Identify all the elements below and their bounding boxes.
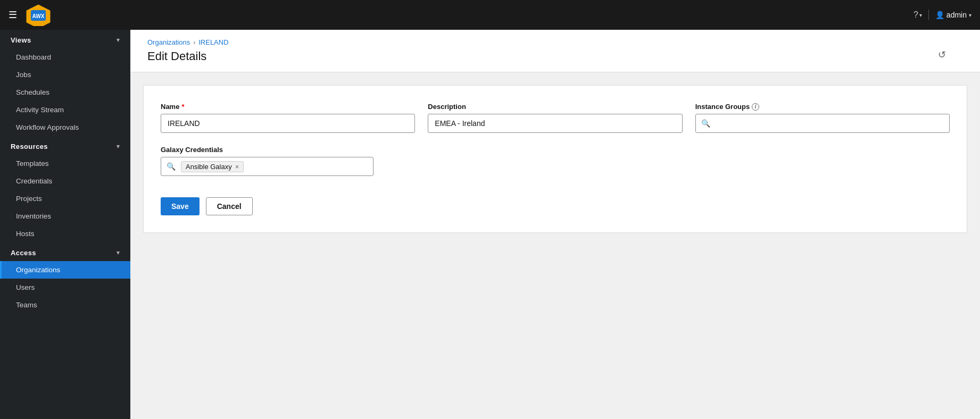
user-icon: 👤	[935, 11, 944, 19]
page-header: Organizations › IRELAND Edit Details ↺	[130, 30, 980, 72]
history-button[interactable]: ↺	[938, 49, 946, 61]
name-required: *	[181, 103, 184, 111]
sidebar-item-schedules[interactable]: Schedules	[0, 83, 130, 101]
sidebar-views-section[interactable]: Views ▾	[0, 30, 130, 48]
form-row-1: Name * Description Instance Groups i �	[161, 103, 950, 133]
sidebar-item-jobs[interactable]: Jobs	[0, 66, 130, 83]
description-group: Description	[428, 103, 682, 133]
galaxy-tag-label: Ansible Galaxy	[186, 163, 232, 171]
cancel-button[interactable]: Cancel	[206, 197, 253, 215]
sidebar-item-teams[interactable]: Teams	[0, 296, 130, 314]
svg-text:AWX: AWX	[32, 13, 45, 19]
galaxy-tag: Ansible Galaxy ×	[181, 161, 244, 172]
save-button[interactable]: Save	[161, 197, 200, 215]
instance-groups-search-wrapper: 🔍	[695, 114, 950, 133]
instance-groups-group: Instance Groups i 🔍	[695, 103, 950, 133]
sidebar-item-users[interactable]: Users	[0, 279, 130, 296]
top-nav-right: ? ▾ 👤 admin ▾	[913, 10, 971, 20]
sidebar-resources-section[interactable]: Resources ▾	[0, 136, 130, 155]
instance-groups-info-icon[interactable]: i	[752, 103, 759, 111]
sidebar-item-templates[interactable]: Templates	[0, 155, 130, 172]
resources-label: Resources	[11, 143, 48, 150]
instance-groups-search-input[interactable]	[713, 119, 944, 128]
views-chevron: ▾	[117, 37, 120, 44]
access-chevron: ▾	[117, 249, 120, 256]
sidebar: Views ▾ Dashboard Jobs Schedules Activit…	[0, 30, 130, 419]
views-label: Views	[11, 36, 31, 44]
logo-area: AWX	[26, 4, 51, 26]
name-label: Name *	[161, 103, 415, 111]
top-nav: ☰ AWX ? ▾ 👤 admin ▾	[0, 0, 980, 30]
content-area: Organizations › IRELAND Edit Details ↺ N…	[130, 30, 980, 419]
sidebar-item-organizations[interactable]: Organizations	[0, 261, 130, 279]
sidebar-item-projects[interactable]: Projects	[0, 190, 130, 207]
galaxy-credentials-search-wrapper: 🔍 Ansible Galaxy ×	[161, 157, 373, 176]
resources-chevron: ▾	[117, 143, 120, 150]
galaxy-search-icon: 🔍	[167, 162, 176, 171]
galaxy-tag-remove-button[interactable]: ×	[235, 163, 239, 170]
breadcrumb-current: IRELAND	[198, 38, 228, 46]
hamburger-menu[interactable]: ☰	[9, 9, 17, 21]
instance-groups-search-icon: 🔍	[701, 119, 710, 128]
instance-groups-label: Instance Groups i	[695, 103, 950, 111]
galaxy-credentials-label: Galaxy Credentials	[161, 146, 950, 154]
edit-details-form: Name * Description Instance Groups i �	[143, 85, 967, 233]
username: admin	[946, 11, 967, 19]
breadcrumb-parent[interactable]: Organizations	[147, 38, 190, 46]
page-header-inner: Organizations › IRELAND Edit Details ↺	[147, 38, 963, 72]
help-button[interactable]: ? ▾	[913, 10, 922, 20]
galaxy-credentials-group: Galaxy Credentials 🔍 Ansible Galaxy ×	[161, 146, 950, 176]
awx-logo: AWX	[26, 4, 51, 26]
breadcrumb: Organizations › IRELAND	[147, 38, 963, 46]
sidebar-access-section[interactable]: Access ▾	[0, 242, 130, 261]
name-input[interactable]	[161, 114, 415, 133]
galaxy-credentials-text-input[interactable]	[247, 162, 368, 171]
page-title: Edit Details ↺	[147, 49, 963, 72]
description-label: Description	[428, 103, 682, 111]
sidebar-item-activity-stream[interactable]: Activity Stream	[0, 101, 130, 119]
sidebar-item-credentials[interactable]: Credentials	[0, 172, 130, 190]
help-chevron: ▾	[919, 12, 922, 18]
user-chevron: ▾	[969, 12, 971, 18]
sidebar-item-hosts[interactable]: Hosts	[0, 225, 130, 242]
name-group: Name *	[161, 103, 415, 133]
sidebar-item-inventories[interactable]: Inventories	[0, 207, 130, 225]
question-icon: ?	[913, 10, 918, 20]
form-actions: Save Cancel	[161, 193, 950, 215]
access-label: Access	[11, 249, 36, 257]
description-input[interactable]	[428, 114, 682, 133]
main-layout: Views ▾ Dashboard Jobs Schedules Activit…	[0, 30, 980, 419]
breadcrumb-separator: ›	[193, 39, 195, 46]
sidebar-item-dashboard[interactable]: Dashboard	[0, 48, 130, 66]
sidebar-item-workflow-approvals[interactable]: Workflow Approvals	[0, 119, 130, 136]
user-menu[interactable]: 👤 admin ▾	[935, 11, 971, 19]
